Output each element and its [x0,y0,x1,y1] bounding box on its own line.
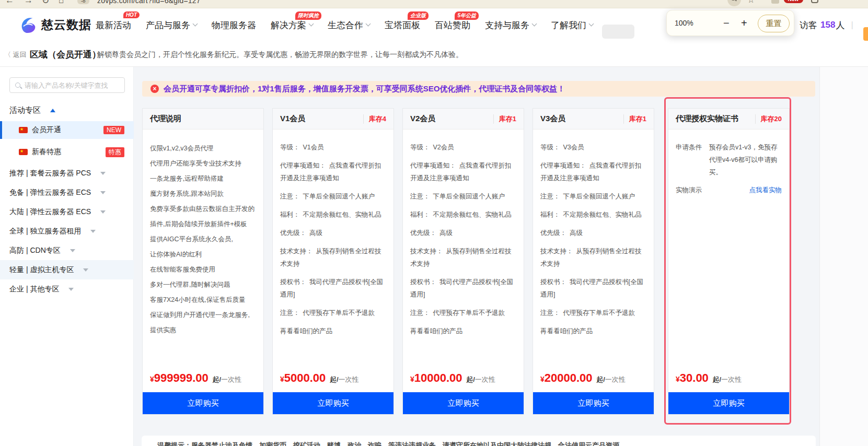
nav-item-label: 生态合作 [328,19,363,31]
product-search-box[interactable] [9,77,125,93]
browser-back-icon[interactable]: ← [5,0,14,6]
sidebar-category-item[interactable]: 全球 | 独立服务器租用 [0,221,134,241]
expand-caret-icon [68,288,74,291]
nav-item-label: 解决方案 [271,19,306,31]
new-badge: New [784,0,803,3]
search-input[interactable] [25,81,113,89]
detail-key: 代理事项通知： [280,162,326,169]
card-body: 等级：V1会员代理事项通知：点我查看代理折扣开通及注意事项通知注意：下单后全额回… [273,130,394,343]
detail-key: 优先级： [410,229,436,237]
detail-value: 再看看咱们的产品 [280,327,332,335]
obscured-header-control [602,25,634,39]
product-card: V2会员 库存1 等级：V2会员代理事项通知：点我查看代理折扣开通及注意事项通知… [402,108,524,415]
nav-item[interactable]: 了解我们 [551,19,593,31]
sidebar-category-item[interactable]: 免备 | 弹性云服务器 ECS [0,183,134,202]
sidebar-activity-item[interactable]: 新春特惠 特惠 [0,143,134,161]
buy-now-button[interactable]: 立即购买 [273,392,394,414]
card-detail-row: 申请条件预存会员v1-v3，免预存代理v4-v6都可以申请购买。 [676,141,782,179]
nav-item[interactable]: 宝塔面板 企业版 [385,19,420,31]
card-detail-row: 代理事项通知：点我查看代理折扣开通及注意事项通知 [410,159,516,184]
category-label: 全球 | 独立服务器租用 [9,227,81,236]
card-title: V3会员 [540,114,565,124]
sidebar-category-item[interactable]: 推荐 | 套餐云服务器 PCS [0,163,134,183]
detail-value: V1会员 [303,144,324,151]
sidebar-category-item[interactable]: 企业 | 其他专区 [0,279,134,299]
card-detail-row: 注意：代理预存下单后不予退款 [540,307,646,319]
price-amount: 999999.00 [154,371,209,384]
sidebar-category-item[interactable]: 轻量 | 虚拟主机专区 [0,260,134,279]
card-detail-row: 福利：不定期余额红包、实物礼品 [540,208,646,221]
card-header: V2会员 库存1 [403,109,524,130]
card-text-line: 保证做到用户开通代理一条龙服务, [150,308,256,323]
logo[interactable]: 慈云数据 [19,15,91,34]
product-card: V1会员 库存4 等级：V1会员代理事项通知：点我查看代理折扣开通及注意事项通知… [272,108,394,415]
browser-home-icon[interactable]: ⌂ [59,0,64,6]
price-unit: 一次性 [221,375,241,383]
zoom-reset-button[interactable]: 重置 [758,15,790,32]
buy-now-button[interactable]: 立即购买 [403,392,524,414]
card-detail-row: 注意：代理预存下单后不予退款 [280,307,386,319]
detail-value: V3会员 [563,144,584,151]
price-amount: 20000.00 [545,371,593,384]
browser-forward-icon[interactable]: → [24,0,33,6]
nav-item[interactable]: 解决方案 限时疯抢 [271,19,313,31]
floating-widget-sliver[interactable] [863,27,868,41]
sidebar-category-item[interactable]: 高防 | CDN专区 [0,241,134,260]
card-detail-row: 授权书：我司代理产品授权书[全国通用] [280,276,386,301]
nav-item[interactable]: 生态合作 [328,19,370,31]
card-header: 代理授权实物证书 库存20 [668,109,789,130]
nav-item-label: 最新活动 [96,19,131,31]
zoom-out-button[interactable]: − [723,17,730,29]
nav-item[interactable]: 物理服务器 [212,19,256,31]
nav-item[interactable]: 百站赞助 5年公益 [435,19,470,31]
detail-key: 授权书： [410,278,436,286]
detail-key: 注意： [280,193,300,200]
sidebar-category-item[interactable]: 大陆 | 弹性云服务器 ECS [0,202,134,221]
detail-key: 等级： [540,144,560,151]
detail-value: 下单后全额回退个人账户 [563,193,635,200]
bookmark-star-icon[interactable]: ☆ [747,0,755,5]
nav-item-badge: 5年公益 [455,11,479,20]
card-text-line: 插件,后期会陆续开放新插件+模板 [150,217,256,232]
detail-key: 申请条件 [676,141,706,179]
nav-item[interactable]: 支持与服务 [485,19,536,31]
zoom-in-button[interactable]: + [741,17,747,29]
nav-item-badge: HOT [123,11,140,18]
card-price: ¥5000.00 起/一次性 [280,371,359,385]
stock-badge: 库存4 [363,114,386,124]
card-text-line: 代理用户还能享受专业技术支持 [150,156,256,171]
nav-item-badge: 限时疯抢 [295,11,321,20]
card-text-line: 仅限v1,v2,v3会员代理 [150,141,256,156]
chevron-down-icon [366,21,371,27]
detail-key: 注意： [410,309,430,316]
card-title: V1会员 [280,114,305,124]
detail-value: 不定期余额红包、实物礼品 [433,211,512,218]
extensions-icon[interactable] [771,0,779,4]
card-detail-row: 技术支持：从预存到销售全过程技术支持 [540,245,646,270]
detail-value: 高级 [570,229,583,237]
buy-now-button[interactable]: 立即购买 [533,392,654,414]
card-detail-row: 技术支持：从预存到销售全过程技术支持 [410,245,516,270]
price-suffix: 起/ [211,375,221,383]
sidebar-activity-item[interactable]: 会员开通 NEW [0,121,134,139]
browser-toolbar: ← → ↻ ⌂ -o zovps.com/cart?fid=6&gid=127 … [0,0,868,8]
price-suffix: 起/ [711,375,721,383]
detail-link[interactable]: 点我看实物 [709,184,782,196]
address-bar[interactable]: zovps.com/cart?fid=6&gid=127 [97,0,201,5]
sidebar-group-activity[interactable]: 活动专区 [0,103,134,118]
card-header: V3会员 库存1 [533,109,654,130]
breadcrumb-row: 〈 返回 区域（会员开通） 解锁尊贵会员之门，开启个性化服务新纪元。享受专属优惠… [0,42,868,67]
logo-text: 慈云数据 [41,17,91,33]
nav-item[interactable]: 最新活动 HOT [96,19,131,31]
profile-icon[interactable] [811,0,818,3]
nav-item-label: 百站赞助 [435,19,470,31]
collapse-caret-icon [50,109,55,112]
card-price: ¥30.00 起/一次性 [676,371,742,385]
browser-search-icon[interactable] [727,0,741,6]
buy-now-button[interactable]: 立即购买 [668,392,789,414]
site-permission-badge[interactable]: -o [77,0,89,4]
browser-reload-icon[interactable]: ↻ [42,0,49,6]
back-link[interactable]: 〈 返回 [4,50,27,60]
nav-item[interactable]: 产品与服务 [146,19,197,31]
buy-now-button[interactable]: 立即购买 [143,392,263,414]
